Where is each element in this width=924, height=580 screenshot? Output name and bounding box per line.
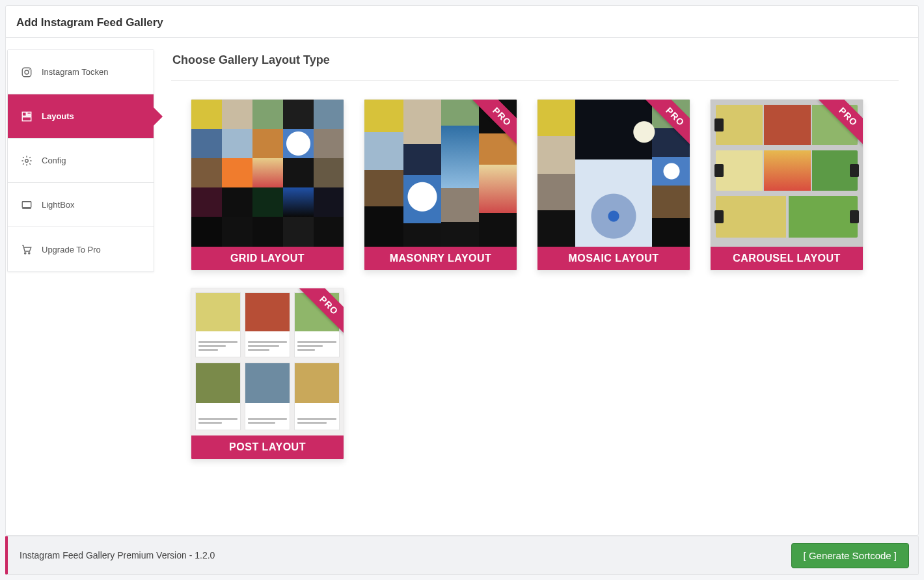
- layouts-panel: Choose Gallery Layout Type GRID LAYOUT: [154, 49, 918, 523]
- sidebar-item-lightbox[interactable]: LightBox: [8, 183, 154, 227]
- layout-caption: CAROUSEL LAYOUT: [711, 247, 863, 270]
- page-card: Add Instagram Feed Gallery Instagram Toc…: [5, 5, 919, 536]
- gear-icon: [21, 155, 33, 167]
- footer-bar: Instagram Feed Gallery Premium Version -…: [5, 536, 919, 575]
- svg-rect-8: [22, 201, 31, 207]
- layout-grid: GRID LAYOUT PRO MASONRY LAYOUT: [171, 99, 899, 460]
- layout-option-grid[interactable]: GRID LAYOUT: [191, 99, 344, 271]
- layouts-icon: [21, 111, 33, 122]
- sidebar-item-label: Instagram Tocken: [42, 67, 108, 77]
- layout-option-carousel[interactable]: PRO CAROUSEL LAYOUT: [710, 99, 863, 271]
- layout-thumb-mosaic: [537, 100, 690, 247]
- sidebar-item-upgrade-pro[interactable]: Upgrade To Pro: [8, 227, 154, 271]
- sidebar-item-label: LightBox: [42, 200, 75, 210]
- svg-rect-4: [27, 112, 31, 114]
- svg-rect-3: [22, 112, 26, 116]
- svg-rect-5: [27, 115, 31, 116]
- sidebar-item-layouts[interactable]: Layouts: [8, 94, 154, 139]
- sidebar-item-instagram-token[interactable]: Instagram Tocken: [8, 50, 154, 94]
- page-body: Instagram Tocken Layouts Config: [6, 38, 918, 535]
- app-root: Add Instagram Feed Gallery Instagram Toc…: [0, 0, 924, 580]
- page-title: Add Instagram Feed Gallery: [6, 6, 918, 38]
- layout-thumb-post: [191, 288, 344, 435]
- layout-thumb-carousel: [711, 100, 863, 247]
- svg-point-7: [25, 159, 29, 162]
- layout-option-mosaic[interactable]: PRO MOSAIC LAYOUT: [537, 99, 690, 271]
- section-title: Choose Gallery Layout Type: [172, 53, 899, 67]
- generate-shortcode-button[interactable]: [ Generate Sortcode ]: [791, 543, 909, 568]
- layout-option-post[interactable]: PRO POST LAYOUT: [191, 288, 344, 460]
- layout-option-masonry[interactable]: PRO MASONRY LAYOUT: [364, 99, 517, 271]
- sidebar-item-label: Layouts: [42, 111, 74, 121]
- layout-caption: POST LAYOUT: [191, 435, 344, 459]
- cart-icon: [21, 243, 33, 255]
- svg-point-2: [29, 69, 30, 70]
- layout-caption: GRID LAYOUT: [191, 247, 344, 270]
- layout-caption: MASONRY LAYOUT: [364, 247, 517, 270]
- svg-point-9: [25, 253, 26, 254]
- svg-rect-6: [22, 117, 31, 120]
- instagram-icon: [21, 66, 33, 78]
- sidebar-item-label: Upgrade To Pro: [42, 245, 101, 255]
- sidebar-item-config[interactable]: Config: [8, 139, 154, 183]
- divider: [171, 80, 899, 81]
- svg-point-1: [25, 70, 29, 74]
- svg-point-10: [29, 253, 30, 254]
- svg-rect-0: [22, 68, 31, 77]
- layout-thumb-grid: [191, 100, 344, 247]
- sidebar-item-label: Config: [42, 156, 66, 165]
- footer-version-text: Instagram Feed Gallery Premium Version -…: [20, 550, 215, 560]
- settings-sidebar: Instagram Tocken Layouts Config: [7, 49, 154, 272]
- layout-thumb-masonry: [364, 100, 517, 247]
- lightbox-icon: [21, 199, 33, 211]
- layout-caption: MOSAIC LAYOUT: [537, 247, 690, 270]
